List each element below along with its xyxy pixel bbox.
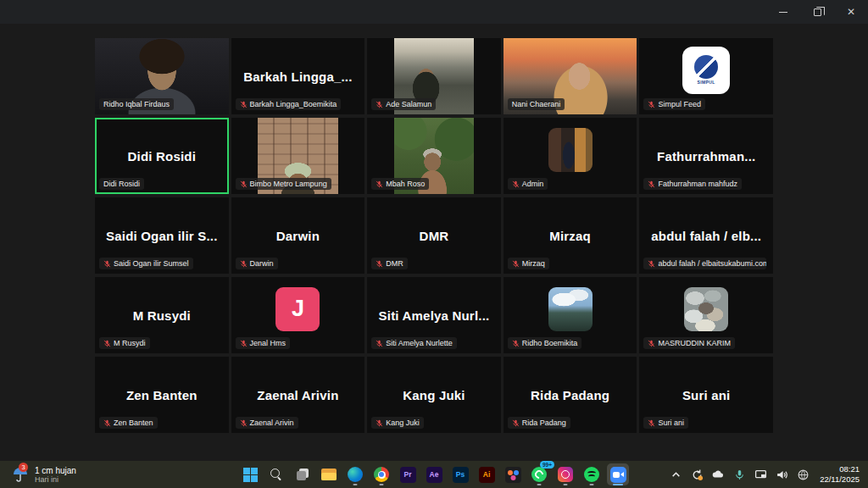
premiere-button[interactable]: Pr <box>397 463 419 485</box>
edge-button[interactable] <box>344 463 366 485</box>
participant-tile[interactable]: JJenal Hms <box>231 277 365 353</box>
participant-tile[interactable]: Zaenal ArivinZaenal Arivin <box>231 357 365 433</box>
whatsapp-button[interactable]: 99+ <box>528 463 550 485</box>
cast-display-icon[interactable] <box>754 468 767 481</box>
muted-mic-icon <box>648 101 655 108</box>
file-explorer-button[interactable] <box>318 463 340 485</box>
spotify-button[interactable] <box>581 463 603 485</box>
zoom-app-icon <box>610 467 626 483</box>
participant-name-text: M Rusydi <box>114 339 146 347</box>
participant-name-text: Didi Rosidi <box>103 180 140 188</box>
participant-name-label: Jenal Hms <box>236 337 291 349</box>
weather-day: Hari ini <box>35 475 76 484</box>
participant-tile[interactable]: Saidi Ogan ilir S...Saidi Ogan ilir Sums… <box>95 197 229 274</box>
participant-tile[interactable]: Ridho Iqbal Firdaus <box>95 38 229 114</box>
after-effects-button[interactable]: Ae <box>423 463 445 485</box>
participant-tile[interactable]: Fathurrahman...Fathurrahman mahfudz <box>639 118 773 194</box>
participant-name-text: Ridho Boemikita <box>522 339 578 347</box>
participant-name-text: Siti Amelya Nurlette <box>386 339 453 347</box>
participant-tile[interactable]: DMRDMR <box>367 197 501 274</box>
participant-tile[interactable]: MASRUDDIN KARIM <box>639 277 773 353</box>
running-indicator <box>380 484 384 486</box>
participant-name-label: Kang Juki <box>371 417 424 429</box>
participant-tile[interactable]: Rida PadangRida Padang <box>504 357 637 433</box>
participant-tile[interactable]: Zen BantenZen Banten <box>95 357 229 433</box>
participant-name-text: Darwin <box>250 259 274 268</box>
participant-tile[interactable]: Bimbo Metro Lampung <box>231 118 365 194</box>
muted-mic-icon <box>512 419 520 427</box>
participant-tile[interactable]: Ade Salamun <box>367 38 501 114</box>
muted-mic-icon <box>103 419 111 427</box>
zoom-meeting-window: ✕ Ridho Iqbal FirdausBarkah Lingga_...Ba… <box>0 0 868 488</box>
participant-name-text: Mirzaq <box>522 259 545 268</box>
participant-tile[interactable]: Barkah Lingga_...Barkah Lingga_Boemikita <box>231 38 365 114</box>
minimize-button[interactable] <box>766 0 800 24</box>
participant-tile[interactable]: Didi RosidiDidi Rosidi <box>95 118 229 194</box>
participant-tile[interactable]: Nani Chaerani <box>504 38 637 114</box>
participant-tile[interactable]: Suri aniSuri ani <box>639 357 773 433</box>
weather-widget[interactable]: 3 1 cm hujan Hari ini <box>7 461 81 488</box>
participant-name-text: Zen Banten <box>114 419 153 427</box>
davinci-resolve-button[interactable] <box>502 463 524 485</box>
illustrator-button[interactable]: Ai <box>476 463 498 485</box>
muted-mic-icon <box>240 419 248 427</box>
participant-name-label: Suri ani <box>643 417 688 429</box>
participant-tile[interactable]: Admin <box>504 118 637 194</box>
taskbar: 3 1 cm hujan Hari ini PrAePsAi99+ 08:21 … <box>0 461 868 488</box>
task-view-button[interactable] <box>292 463 314 485</box>
file-explorer-icon <box>321 469 337 480</box>
participant-name-text: Zaenal Arivin <box>250 419 294 427</box>
zoom-button[interactable] <box>607 463 629 485</box>
davinci-resolve-icon <box>505 467 521 483</box>
edge-icon <box>348 467 363 482</box>
running-indicator <box>353 484 358 486</box>
clock-date: 22/11/2025 <box>820 474 860 485</box>
participant-name-text: Nani Chaerani <box>512 100 561 108</box>
participant-tile[interactable]: Ridho Boemikita <box>504 277 637 353</box>
search-icon <box>270 468 283 481</box>
participant-name-label: Nani Chaerani <box>508 98 565 110</box>
participant-avatar: SIMPUL <box>682 47 730 94</box>
close-button[interactable]: ✕ <box>834 0 868 24</box>
participant-name-label: Didi Rosidi <box>99 178 144 190</box>
network-icon[interactable] <box>796 468 810 481</box>
muted-mic-icon <box>648 340 655 347</box>
participant-tile[interactable]: abdul falah / elb...abdul falah / elbait… <box>639 197 773 274</box>
taskbar-clock[interactable]: 08:21 22/11/2025 <box>820 464 860 485</box>
running-indicator <box>613 484 623 486</box>
minimize-icon <box>779 12 787 13</box>
cloud-icon[interactable] <box>711 468 725 481</box>
participant-tile[interactable]: MirzaqMirzaq <box>504 197 637 274</box>
chevron-up-icon[interactable] <box>669 468 682 481</box>
participant-name-text: Barkah Lingga_Boemikita <box>250 100 337 108</box>
sync-icon[interactable] <box>690 468 704 481</box>
instagram-button[interactable] <box>554 463 576 485</box>
participant-tile[interactable]: SIMPULSimpul Feed <box>639 38 773 114</box>
taskbar-apps: PrAePsAi99+ <box>239 461 629 488</box>
start-button[interactable] <box>239 463 261 485</box>
search-button[interactable] <box>265 463 287 485</box>
photoshop-button[interactable]: Ps <box>449 463 471 485</box>
participant-name-label: abdul falah / elbaitsukabumi.com <box>643 258 766 269</box>
volume-icon[interactable] <box>775 468 788 481</box>
premiere-icon: Pr <box>400 467 416 483</box>
participant-tile[interactable]: Kang JukiKang Juki <box>367 357 501 433</box>
running-indicator <box>564 484 568 486</box>
muted-mic-icon <box>648 180 655 188</box>
restore-button[interactable] <box>800 0 834 24</box>
unread-count-badge: 99+ <box>540 461 554 469</box>
participant-tile[interactable]: Siti Amelya Nurl...Siti Amelya Nurlette <box>367 277 501 353</box>
participant-name-text: DMR <box>386 259 403 268</box>
participant-name-text: Fathurrahman mahfudz <box>658 180 737 188</box>
chrome-button[interactable] <box>370 463 392 485</box>
participant-tile[interactable]: M RusydiM Rusydi <box>95 277 229 353</box>
participant-name-text: Ridho Iqbal Firdaus <box>103 100 170 108</box>
participant-tile[interactable]: Mbah Roso <box>367 118 501 194</box>
participant-name-label: Admin <box>508 178 548 190</box>
participant-name-label: Mirzaq <box>508 258 549 269</box>
participant-name-text: Jenal Hms <box>250 339 287 347</box>
participant-name-text: Kang Juki <box>386 419 420 427</box>
participant-tile[interactable]: DarwinDarwin <box>231 197 365 274</box>
participant-name-label: Barkah Lingga_Boemikita <box>236 98 342 110</box>
microphone-icon[interactable] <box>732 468 746 481</box>
